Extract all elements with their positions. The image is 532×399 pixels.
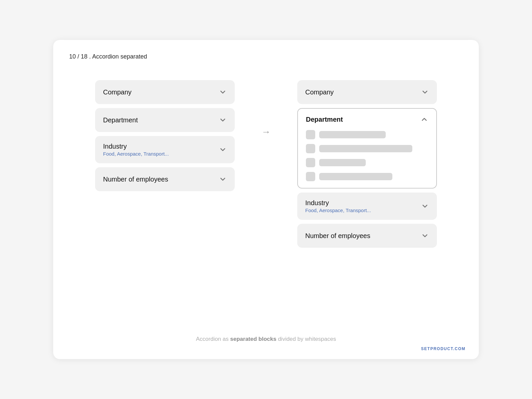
accordion-item-industry[interactable]: Industry Food, Aerospace, Transport... <box>95 136 235 163</box>
chevron-down-icon <box>421 202 429 210</box>
list-item <box>306 172 428 181</box>
accordion-subtitle-right-industry: Food, Aerospace, Transport... <box>305 207 371 213</box>
accordion-title-company: Company <box>103 88 132 96</box>
accordion-item-company[interactable]: Company <box>95 80 235 104</box>
footer-text-bold: separated blocks <box>230 336 276 342</box>
right-arrow-icon: → <box>261 127 271 137</box>
option-checkbox[interactable] <box>306 158 315 167</box>
footer-text-after: divided by whitespaces <box>276 336 336 342</box>
option-label-bar <box>319 131 386 138</box>
option-checkbox[interactable] <box>306 130 315 139</box>
accordion-item-employees[interactable]: Number of employees <box>95 167 235 191</box>
option-label-bar <box>319 145 412 152</box>
page-current: 10 <box>69 53 76 60</box>
chevron-down-icon <box>219 116 227 124</box>
department-options <box>306 130 428 181</box>
footer-text-before: Accordion as <box>196 336 230 342</box>
accordion-item-department[interactable]: Department <box>95 108 235 132</box>
accordion-item-right-department-expanded[interactable]: Department <box>297 108 437 189</box>
page-title: Accordion separated <box>92 53 147 60</box>
accordion-title-right-department: Department <box>306 116 343 123</box>
accordion-title-right-industry: Industry <box>305 199 371 207</box>
chevron-down-icon <box>219 175 227 183</box>
list-item <box>306 130 428 139</box>
accordion-title-industry: Industry <box>103 143 169 150</box>
main-card: 10 / 18 . Accordion separated Company De… <box>53 40 479 359</box>
accordion-item-right-employees[interactable]: Number of employees <box>297 224 437 248</box>
chevron-down-icon <box>219 88 227 96</box>
chevron-up-icon <box>420 115 428 123</box>
content-area: Company Department Industry Food, Aerosp… <box>69 73 463 323</box>
footer-text: Accordion as separated blocks divided by… <box>196 336 336 342</box>
left-accordion-column: Company Department Industry Food, Aerosp… <box>95 80 235 191</box>
option-label-bar <box>319 159 366 166</box>
accordion-title-department: Department <box>103 116 138 124</box>
option-checkbox[interactable] <box>306 144 315 153</box>
option-label-bar <box>319 173 392 180</box>
page-total: 18 <box>81 53 87 60</box>
option-checkbox[interactable] <box>306 172 315 181</box>
accordion-item-right-company[interactable]: Company <box>297 80 437 104</box>
chevron-down-icon <box>421 88 429 96</box>
list-item <box>306 158 428 167</box>
chevron-down-icon <box>219 146 227 154</box>
arrow-separator: → <box>261 80 271 137</box>
accordion-title-right-company: Company <box>305 88 334 96</box>
page-label: 10 / 18 . Accordion separated <box>69 53 463 60</box>
accordion-item-right-industry[interactable]: Industry Food, Aerospace, Transport... <box>297 193 437 220</box>
right-accordion-column: Company Department <box>297 80 437 248</box>
chevron-down-icon <box>421 232 429 240</box>
accordion-title-right-employees: Number of employees <box>305 232 370 240</box>
list-item <box>306 144 428 153</box>
accordion-subtitle-industry: Food, Aerospace, Transport... <box>103 151 169 157</box>
watermark: SETPRODUCT.COM <box>421 346 466 351</box>
accordion-title-employees: Number of employees <box>103 176 168 183</box>
footer: Accordion as separated blocks divided by… <box>69 323 463 346</box>
